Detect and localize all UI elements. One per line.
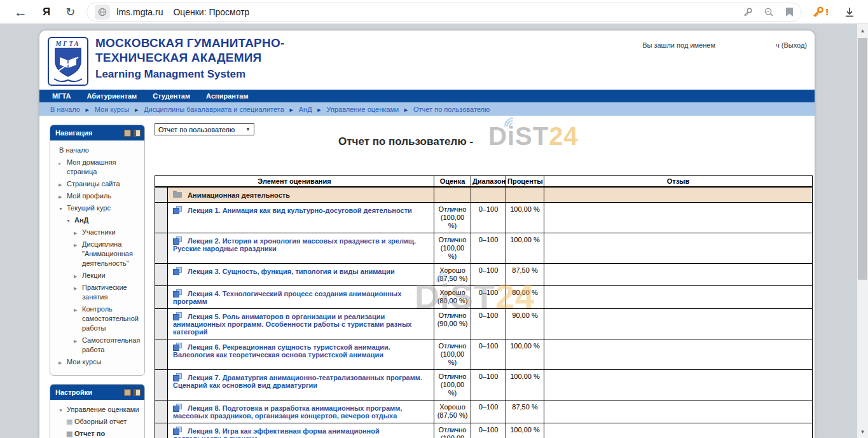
- grade-cell: Хорошо (80,00 %): [434, 286, 471, 309]
- tree-bullet-icon[interactable]: [59, 203, 63, 214]
- breadcrumb-link[interactable]: АнД: [284, 106, 312, 113]
- sidebar-nav-item[interactable]: Дисциплина "Анимационная деятельность": [53, 240, 142, 268]
- breadcrumb-link[interactable]: В начало: [50, 106, 80, 113]
- range-cell: 0–100: [471, 309, 506, 339]
- navigation-list: В начало Моя домашняя страница: [50, 140, 144, 375]
- bookmark-icon[interactable]: [785, 7, 794, 17]
- browser-toolbar: ← Я ↻ lms.mgta.ru Оценки: Просмотр: [0, 0, 868, 24]
- main-menu-item[interactable]: Студентам: [153, 92, 190, 100]
- sidebar-settings-item[interactable]: Обзорный отчет: [53, 417, 142, 427]
- tree-bullet-icon[interactable]: [74, 305, 77, 315]
- grade-item-link[interactable]: Лекция 3. Сущность, функция, типология и…: [188, 268, 395, 275]
- grade-cell: Отлично (90,00 %): [434, 309, 471, 339]
- breadcrumb-link[interactable]: Дисциплины бакалавриата и специалитета: [129, 106, 284, 113]
- scrollbar-thumb[interactable]: [858, 38, 867, 280]
- page-title: Отчет по пользователю -: [338, 135, 473, 148]
- vertical-scrollbar[interactable]: ▲ ▼: [857, 24, 868, 438]
- percent-cell: 80,00 %: [506, 286, 544, 309]
- dock-block-icon[interactable]: [134, 389, 141, 396]
- dock-block-icon[interactable]: [134, 130, 141, 137]
- main-menu-item[interactable]: Абитуриентам: [86, 92, 137, 100]
- lms-page: МГТА МОСКОВСКАЯ ГУМАНИТАРНО- ТЕХНИЧЕСКАЯ…: [39, 31, 815, 438]
- grade-item-link[interactable]: Лекция 5. Роль аниматоров в организации …: [173, 313, 412, 336]
- sidebar-nav-item[interactable]: Страницы сайта: [53, 179, 142, 189]
- sidebar-nav-item[interactable]: Моя домашняя страница: [53, 158, 142, 177]
- collapse-block-icon[interactable]: [124, 130, 131, 137]
- range-cell: 0–100: [471, 233, 506, 264]
- downloads-icon[interactable]: [844, 6, 855, 18]
- sidebar-item-label: Мои курсы: [67, 358, 101, 366]
- breadcrumb: В началоМои курсыДисциплины бакалавриата…: [39, 102, 815, 116]
- back-icon[interactable]: ←: [14, 5, 27, 18]
- breadcrumb-link[interactable]: Отчет по пользователю: [399, 106, 490, 113]
- grade-item-link[interactable]: Лекция 4. Технологический процесс создан…: [173, 290, 401, 305]
- sidebar-nav-item[interactable]: Текущий курс: [53, 203, 142, 213]
- sidebar-nav-item[interactable]: Лекции: [53, 271, 142, 280]
- range-cell: 0–100: [471, 423, 506, 438]
- content-layout: Навигация В начало: [39, 116, 815, 438]
- report-type-select[interactable]: Отчет по пользователю: [155, 123, 254, 135]
- grade-item-link[interactable]: Лекция 9. Игра как эффективная форма ани…: [173, 427, 380, 438]
- grade-item-link[interactable]: Лекция 1. Анимация как вид культурно-дос…: [188, 207, 412, 214]
- sidebar-nav-item[interactable]: Участники: [53, 228, 142, 237]
- tree-bullet-icon[interactable]: [59, 158, 61, 168]
- tree-bullet-icon[interactable]: [59, 357, 62, 367]
- main-menu-item[interactable]: МГТА: [52, 92, 71, 100]
- feedback-cell: [544, 203, 813, 233]
- find-on-page-icon[interactable]: [764, 7, 775, 17]
- yandex-logo-icon[interactable]: Я: [43, 6, 50, 17]
- main-menu: МГТААбитуриентамСтудентамАспирантам: [39, 90, 815, 102]
- sidebar-item-label: АнД: [74, 216, 88, 224]
- breadcrumb-link[interactable]: Управление оценками: [312, 106, 399, 113]
- sidebar-settings-item[interactable]: Управление оценками: [53, 405, 142, 414]
- sidebar-nav-item[interactable]: Контроль самостоятельной работы: [53, 305, 142, 333]
- browser-window: ← Я ↻ lms.mgta.ru Оценки: Просмотр: [0, 0, 868, 438]
- sidebar-nav-item[interactable]: АнД: [53, 216, 142, 225]
- sidebar-nav-item[interactable]: Мои курсы: [53, 357, 142, 367]
- grade-item-link[interactable]: Лекция 2. История и хронология массовых …: [173, 237, 416, 252]
- tree-bullet-icon[interactable]: [74, 283, 77, 293]
- activity-icon: [173, 312, 183, 320]
- tree-bullet-icon[interactable]: [59, 179, 62, 189]
- tree-bullet-icon[interactable]: [74, 271, 77, 281]
- logout-link[interactable]: (Выход): [782, 41, 807, 49]
- sidebar-nav-item[interactable]: Мой профиль: [53, 191, 142, 201]
- collapse-block-icon[interactable]: [124, 389, 131, 396]
- scroll-up-icon[interactable]: ▲: [857, 25, 868, 36]
- tree-bullet-icon[interactable]: [59, 405, 63, 415]
- sidebar-nav-item[interactable]: В начало: [53, 146, 142, 155]
- tree-bullet-icon[interactable]: [74, 240, 77, 250]
- password-key-icon[interactable]: [743, 7, 753, 17]
- sidebar-item-label: Управление оценками: [67, 406, 139, 413]
- site-header: МГТА МОСКОВСКАЯ ГУМАНИТАРНО- ТЕХНИЧЕСКАЯ…: [39, 31, 815, 90]
- report-select-value: Отчет по пользователю: [158, 126, 235, 133]
- navigation-block-header: Навигация: [50, 125, 144, 140]
- range-cell: 0–100: [471, 339, 506, 370]
- refresh-icon[interactable]: ↻: [65, 6, 75, 18]
- sidebar-settings-item[interactable]: Отчет по пользователю: [53, 429, 142, 438]
- tree-bullet-icon[interactable]: [74, 336, 77, 346]
- login-info: Вы зашли под именемч (Выход): [642, 41, 807, 49]
- breadcrumb-link[interactable]: Мои курсы: [80, 106, 129, 113]
- tree-bullet-icon[interactable]: [66, 429, 72, 438]
- tree-bullet-icon[interactable]: [66, 417, 72, 427]
- tree-bullet-icon[interactable]: [59, 191, 62, 202]
- table-header-row: Элемент оценивания Оценка Диапазон Проце…: [155, 176, 813, 188]
- protect-alert-icon[interactable]: !: [812, 6, 829, 18]
- grade-item-link[interactable]: Лекция 6. Рекреационная сущность туристс…: [173, 343, 390, 359]
- settings-block-header: Настройки: [50, 385, 144, 400]
- tree-bullet-icon[interactable]: [66, 216, 71, 226]
- sidebar-nav-item[interactable]: Самостоятельная работа: [53, 336, 142, 355]
- col-header-grade: Оценка: [434, 176, 471, 188]
- mgta-logo[interactable]: МГТА: [48, 37, 88, 86]
- main-menu-item[interactable]: Аспирантам: [206, 92, 248, 100]
- grade-item-link[interactable]: Лекция 8. Подготовка и разработка анимац…: [173, 404, 402, 420]
- sidebar-nav-item[interactable]: Практические занятия: [53, 283, 142, 302]
- grade-item-link[interactable]: Лекция 7. Драматургия анимационно-театра…: [173, 374, 422, 389]
- scroll-down-icon[interactable]: ▼: [857, 427, 868, 437]
- sidebar-item-label: Отчет по пользователю: [74, 430, 125, 438]
- col-header-percent: Проценты: [506, 176, 544, 188]
- url-text[interactable]: lms.mgta.ru: [116, 7, 163, 17]
- tree-bullet-icon[interactable]: [74, 228, 77, 238]
- address-bar[interactable]: lms.mgta.ru Оценки: Просмотр: [86, 3, 802, 22]
